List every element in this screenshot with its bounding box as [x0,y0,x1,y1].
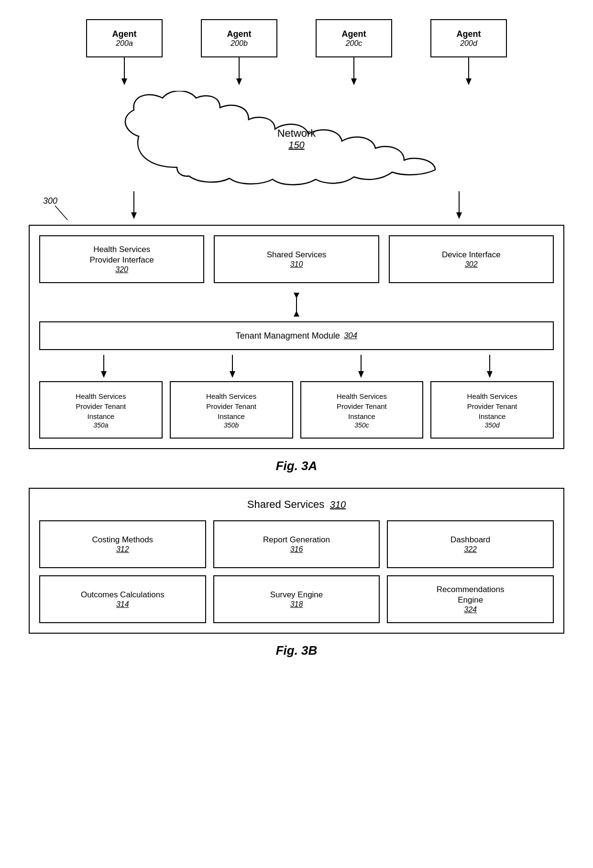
ss-costing-label: Costing Methods [92,535,154,545]
network-cloud: Network 150 [29,86,564,191]
agent-arrows-down [29,57,564,86]
tenant-management-module: Tenant Managment Module 304 [39,321,554,350]
svg-marker-3 [236,78,242,85]
shared-services-title: Shared Services 310 [39,498,554,511]
ss-title-ref: 310 [330,499,346,510]
instance-350d-label: Health ServicesProvider TenantInstance [467,391,517,421]
instance-350c-ref: 350c [354,421,369,429]
svg-marker-11 [456,212,462,219]
arrow-inst-b [185,355,280,379]
arrow-agent-a [86,57,163,86]
ss-grid: Costing Methods 312 Report Generation 31… [39,520,554,623]
agent-200c-ref: 200c [346,39,362,48]
agent-200d: Agent 200d [430,19,507,57]
instance-350b-ref: 350b [224,421,239,429]
top-modules-row: Health Services Provider Interface 320 S… [39,235,554,283]
system-300-label: 300 [43,196,57,206]
svg-marker-19 [230,371,235,378]
ss-survey-engine: Survey Engine 318 [213,575,380,623]
network-name: Network [277,127,316,140]
ss-dashboard: Dashboard 322 [387,520,554,568]
ss-report-label: Report Generation [263,535,330,545]
ss-outcomes-ref: 314 [116,600,129,609]
instance-350a-label: Health ServicesProvider TenantInstance [76,391,126,421]
ss-costing-methods: Costing Methods 312 [39,520,206,568]
page: Agent 200a Agent 200b Agent 200c Agent 2… [0,0,593,692]
instance-350c-label: Health ServicesProvider TenantInstance [337,391,387,421]
arrow-inst-a [56,355,152,379]
module-ss-ref: 310 [290,260,303,269]
ss-report-ref: 316 [290,545,303,554]
svg-marker-17 [101,371,107,378]
tenant-label: Tenant Managment Module [236,331,340,341]
network-ref: 150 [277,140,316,151]
fig3a-diagram: Agent 200a Agent 200b Agent 200c Agent 2… [29,19,564,473]
module-hpi-label: Health Services Provider Interface [90,244,154,265]
svg-marker-5 [351,78,357,85]
module-device-interface: Device Interface 302 [389,235,554,283]
instance-350a-ref: 350a [93,421,108,429]
ss-outcomes-label: Outcomes Calculations [81,590,165,600]
module-ss-label: Shared Services [267,250,327,260]
ss-survey-label: Survey Engine [270,590,323,600]
instance-350d-ref: 350d [485,421,500,429]
tenant-to-instance-arrows [39,355,554,379]
agents-row: Agent 200a Agent 200b Agent 200c Agent 2… [29,19,564,57]
svg-marker-15 [294,311,299,317]
agent-200b-label: Agent [227,29,252,39]
module-di-ref: 302 [465,260,478,269]
fig3b-caption-text: Fig. 3B [276,643,318,658]
bidir-arrow-svg [287,293,306,317]
agent-200a-label: Agent [112,29,137,39]
module-shared-services: Shared Services 310 [214,235,379,283]
agent-200c-label: Agent [342,29,366,39]
ss-reco-ref: 324 [464,605,477,614]
agent-200b-ref: 200b [231,39,248,48]
ss-costing-ref: 312 [116,545,129,554]
shared-services-box: Shared Services 310 Costing Methods 312 … [29,488,564,634]
ss-title-name: Shared Services [247,498,324,510]
instances-row: Health ServicesProvider TenantInstance 3… [39,381,554,439]
arrow-inst-d [442,355,538,379]
bidirectional-arrow-section [39,293,554,317]
cloud-system-arrow-svg [29,191,564,220]
instance-350d: Health ServicesProvider TenantInstance 3… [430,381,554,439]
agent-200a: Agent 200a [86,19,163,57]
arrow-agent-d [430,57,507,86]
network-label: Network 150 [277,127,316,151]
svg-marker-21 [358,371,364,378]
ss-outcomes-calculations: Outcomes Calculations 314 [39,575,206,623]
tenant-ref: 304 [344,331,357,341]
instance-350b-label: Health ServicesProvider TenantInstance [206,391,256,421]
fig3a-caption: Fig. 3A [29,459,564,473]
svg-marker-9 [131,212,137,219]
ss-dashboard-ref: 322 [464,545,477,554]
module-di-label: Device Interface [442,250,501,260]
instance-350a: Health ServicesProvider TenantInstance 3… [39,381,163,439]
svg-marker-23 [487,371,493,378]
system-box-300: Health Services Provider Interface 320 S… [29,225,564,449]
module-health-provider-interface: Health Services Provider Interface 320 [39,235,204,283]
arrow-agent-c [316,57,392,86]
fig3b-diagram: Shared Services 310 Costing Methods 312 … [29,488,564,658]
svg-marker-7 [466,78,472,85]
cloud-to-system-arrows: 300 [29,191,564,220]
arrow-inst-c [313,355,409,379]
instance-350c: Health ServicesProvider TenantInstance 3… [300,381,424,439]
ss-recommendations-engine: Recommendations Engine 324 [387,575,554,623]
agent-200d-label: Agent [457,29,481,39]
ss-survey-ref: 318 [290,600,303,609]
svg-line-12 [55,206,72,220]
ss-dashboard-label: Dashboard [450,535,490,545]
ss-reco-label: Recommendations Engine [437,584,505,605]
fig3a-caption-text: Fig. 3A [276,459,318,473]
agent-200b: Agent 200b [201,19,277,57]
arrow-agent-b [201,57,277,86]
agent-200a-ref: 200a [116,39,133,48]
instance-350b: Health ServicesProvider TenantInstance 3… [170,381,293,439]
module-hpi-ref: 320 [115,265,128,274]
fig3b-caption: Fig. 3B [29,643,564,658]
ss-report-generation: Report Generation 316 [213,520,380,568]
agent-200c: Agent 200c [316,19,392,57]
svg-marker-1 [121,78,127,85]
